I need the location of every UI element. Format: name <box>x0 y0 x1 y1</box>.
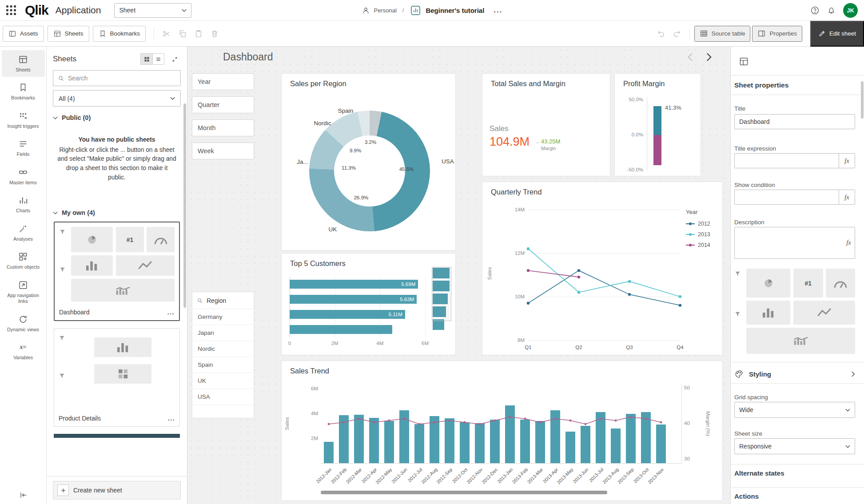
collapse-rail-button[interactable] <box>0 491 47 500</box>
sheet-title-input[interactable] <box>735 115 855 129</box>
kpi-total-sales-and-margin[interactable]: Total Sales and Margin Sales 104.9M - 43… <box>482 73 610 176</box>
more-menu-icon[interactable]: ... <box>494 6 502 15</box>
sheets-filter-dropdown[interactable]: All (4) <box>53 90 181 107</box>
personal-label[interactable]: Personal <box>374 7 396 14</box>
positive-bar[interactable] <box>653 106 661 135</box>
copy-button[interactable] <box>175 26 190 41</box>
sheet-menu-icon[interactable]: ... <box>167 309 175 316</box>
filter-month[interactable]: Month <box>192 119 254 136</box>
sheet-menu-icon[interactable]: ... <box>168 415 175 422</box>
bar[interactable] <box>290 325 392 334</box>
donut-label: USA <box>442 158 454 165</box>
title-expression-input[interactable] <box>735 154 839 168</box>
search-input[interactable] <box>68 75 176 82</box>
properties-button[interactable]: Properties <box>752 26 802 42</box>
trash-icon <box>210 29 219 38</box>
minimap-window[interactable] <box>432 267 451 321</box>
cut-button[interactable] <box>159 26 174 41</box>
help-icon[interactable] <box>810 6 820 15</box>
chevron-down-icon <box>845 409 850 412</box>
bookmarks-button[interactable]: Bookmarks <box>93 26 146 42</box>
panel-scrollbar[interactable] <box>183 103 186 308</box>
delete-button[interactable] <box>207 26 222 41</box>
sidebar-item-dynamic-views[interactable]: Dynamic views <box>2 310 45 337</box>
listbox-item-japan[interactable]: Japan <box>192 325 254 341</box>
horizontal-scrollbar[interactable] <box>321 491 607 494</box>
sheet-thumbnail-selector[interactable]: #1 <box>734 269 855 354</box>
paste-button[interactable] <box>191 26 206 41</box>
legend-item-2012[interactable]: 2012 <box>686 221 710 227</box>
section-my-own[interactable]: My own (4) <box>47 202 187 219</box>
section-public[interactable]: Public (0) <box>47 107 187 124</box>
sidebar-item-custom-objects[interactable]: Custom objects <box>2 247 45 274</box>
chart-sales-per-region[interactable]: Sales per Region USA45.5%UK26.9%Ja...11.… <box>281 73 456 250</box>
negative-bar[interactable] <box>653 135 661 165</box>
legend-item-2014[interactable]: 2014 <box>686 242 710 248</box>
redo-button[interactable] <box>669 26 685 41</box>
bell-icon[interactable] <box>827 6 836 15</box>
next-sheet-button[interactable] <box>706 53 717 63</box>
sheet-card-footer: Dashboard ... <box>55 306 179 320</box>
fx-button[interactable]: fx <box>846 239 851 246</box>
undo-button[interactable] <box>653 26 669 41</box>
actions-section[interactable]: Actions <box>734 492 759 500</box>
assets-button[interactable]: Assets <box>3 26 44 42</box>
document-title[interactable]: Beginner's tutorial <box>426 7 484 14</box>
edit-sheet-button[interactable]: Edit sheet <box>810 21 864 47</box>
filter-week[interactable]: Week <box>192 143 254 159</box>
description-input[interactable] <box>735 227 855 258</box>
chart-top-5-customers[interactable]: Top 5 Customers 5.69M5.63M5.11M02M4M6M <box>281 253 456 355</box>
next-sheet-card-partial[interactable] <box>54 434 180 438</box>
listbox-item-uk[interactable]: UK <box>192 373 254 389</box>
sheets-button[interactable]: Sheets <box>48 26 89 42</box>
create-new-sheet-button[interactable]: Create new sheet <box>53 481 181 500</box>
app-launcher-icon[interactable] <box>6 5 16 15</box>
sidebar-item-insight-triggers[interactable]: Insight triggers <box>2 107 45 133</box>
bar[interactable]: 5.63M <box>290 295 417 304</box>
listbox-header[interactable]: Region <box>192 292 254 309</box>
sheet-size-select[interactable]: Responsive <box>734 438 855 454</box>
legend-item-2013[interactable]: 2013 <box>686 231 710 238</box>
panel-scrollbar[interactable] <box>861 81 864 119</box>
bar[interactable]: 5.69M <box>290 280 418 289</box>
fx-button[interactable]: fx <box>839 154 855 168</box>
show-condition-input[interactable] <box>735 190 839 204</box>
y-axis-tick: 6M <box>303 386 318 391</box>
sidebar-item-master-items[interactable]: Master items <box>2 163 45 190</box>
sidebar-item-fields[interactable]: Fields <box>2 135 45 161</box>
sidebar-item-sheets[interactable]: Sheets <box>2 50 45 77</box>
scroll-minimap[interactable] <box>432 267 451 337</box>
sidebar-item-app-navigation-links[interactable]: App navigation links <box>2 276 45 309</box>
sheet-selector[interactable]: Sheet <box>114 3 191 18</box>
chart-quarterly-trend[interactable]: Quarterly Trend Sales 14M12M10M8MQ1Q2Q3Q… <box>482 182 723 355</box>
list-view-button[interactable] <box>152 53 164 65</box>
sidebar-item-charts[interactable]: Charts <box>2 191 45 218</box>
alternate-states-section[interactable]: Alternate states <box>734 469 784 477</box>
sidebar-item-bookmarks[interactable]: Bookmarks <box>2 78 45 105</box>
grid-view-button[interactable] <box>140 53 152 65</box>
sheet-card-dashboard[interactable]: #1 Dashboard ... <box>54 222 180 321</box>
expand-panel-button[interactable] <box>169 53 181 65</box>
listbox-item-spain[interactable]: Spain <box>192 357 254 373</box>
sheet-properties-icon[interactable] <box>739 56 749 67</box>
bar-chart-tile <box>746 301 790 324</box>
filter-quarter[interactable]: Quarter <box>192 96 254 113</box>
bar[interactable]: 5.11M <box>290 310 405 319</box>
styling-section[interactable]: Styling <box>734 365 855 383</box>
sidebar-item-analyses[interactable]: Analyses <box>2 219 45 246</box>
grid-spacing-select[interactable]: Wide <box>734 402 855 418</box>
sheet-card-product-details[interactable]: Product Details ... <box>54 328 180 427</box>
filter-year[interactable]: Year <box>192 73 254 90</box>
bar-value-label: 5.11M <box>389 312 402 317</box>
sidebar-item-variables[interactable]: x=Variables <box>2 338 45 365</box>
listbox-item-germany[interactable]: Germany <box>192 309 254 325</box>
listbox-item-nordic[interactable]: Nordic <box>192 341 254 357</box>
chart-sales-trend[interactable]: Sales Trend Sales Margin (%) 6M4M2M50403… <box>281 361 723 501</box>
listbox-region[interactable]: Region GermanyJapanNordicSpainUKUSA <box>192 292 254 418</box>
listbox-item-usa[interactable]: USA <box>192 389 254 405</box>
pie-chart-tile <box>746 269 790 298</box>
source-table-button[interactable]: Source table <box>694 26 751 42</box>
avatar[interactable]: JK <box>843 3 858 18</box>
chart-profit-margin[interactable]: Profit Margin 50.0%0.0%-50.0%41.3% <box>614 73 701 176</box>
fx-button[interactable]: fx <box>839 190 855 204</box>
